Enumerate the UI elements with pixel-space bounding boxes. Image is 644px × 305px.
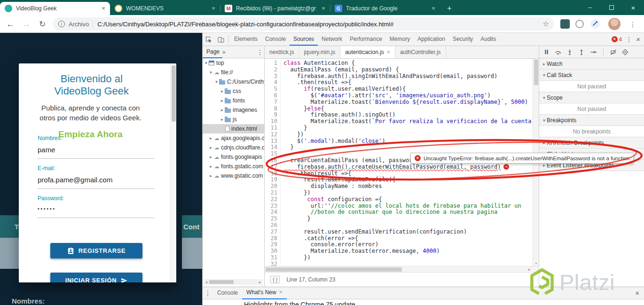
step-out-icon[interactable] [578,49,585,55]
chevron-collapsed-icon[interactable]: ▸ [220,98,225,103]
code-line[interactable]: url:''//coloc amos el local hots de fire… [283,203,539,210]
gutter-line-number[interactable]: 12 [265,132,277,138]
code-line[interactable]: class Autenticacion { [283,60,539,67]
browser-tab-videoblog[interactable]: VideoBlog Geek × [0,2,110,15]
code-line[interactable]: Materialize.toast(`Bienvenido ${result.u… [283,99,539,106]
gutter-line-number[interactable]: 5 [265,86,277,93]
gutter-line-number[interactable]: 4 [265,79,277,86]
maximize-button[interactable] [601,0,622,15]
deactivate-breakpoints-icon[interactable] [610,49,617,55]
modal-scrollbar[interactable] [170,63,176,282]
section-breakpoints[interactable]: ▾ Breakpoints [539,115,644,126]
close-tab-icon[interactable]: × [100,5,107,12]
scroll-right-icon[interactable]: ▸ [257,280,263,284]
tree-item-fonts[interactable]: ▸ fonts [203,96,264,105]
gutter-line-number[interactable]: 7 [265,99,277,106]
chevron-expanded-icon[interactable]: ▾ [204,61,209,65]
password-input[interactable]: •••••• [38,206,56,211]
tab-security[interactable]: Security [449,33,477,46]
close-tab-icon[interactable]: × [430,5,437,12]
editor-tab-jquery[interactable]: jquery.min.js [299,46,340,58]
page-info-icon[interactable]: i [58,21,65,27]
pause-script-icon[interactable] [543,49,550,55]
gutter-line-number[interactable]: 30 [265,248,277,255]
tab-elements[interactable]: Elements [230,33,261,46]
gutter-line-number[interactable]: 22 [265,196,277,203]
browser-tab-gmail[interactable]: M Recibidos (98) - pamelatgtz@gm × [220,2,330,15]
tree-item-top[interactable]: ▾ top [203,58,264,68]
nombres-input[interactable]: pame [38,146,55,154]
tree-item-file-scheme[interactable]: ▾ ☁ file:// [203,68,264,77]
step-over-icon[interactable] [555,49,561,55]
navigator-horizontal-scrollbar[interactable]: ◂ ▸ [204,279,263,285]
tree-item-ajax-googleapis[interactable]: ▸ ☁ ajax.googleapis.c [203,133,264,143]
tree-item-imagenes[interactable]: ▸ imagenes [203,105,264,115]
tab-console[interactable]: Console [261,33,290,46]
tab-memory[interactable]: Memory [386,33,414,46]
chevron-collapsed-icon[interactable]: ▸ [220,117,225,122]
code-line[interactable]: }else{ [283,106,539,112]
device-toolbar-icon[interactable] [215,33,227,46]
navigator-menu-icon[interactable]: ⋮ [256,48,264,56]
code-line[interactable]: .then(result =>{ [283,171,539,177]
devtools-menu-icon[interactable]: ⋮ [626,36,632,43]
drawer-tab-whats-new[interactable]: What's New × [242,287,287,299]
gutter-line-number[interactable]: 32 [265,261,277,266]
code-line[interactable]: }) [283,190,539,196]
code-line[interactable]: //boton de continuar que lo direccione a… [283,209,539,216]
gutter-line-number[interactable]: 15 [265,151,277,157]
gutter-line-number[interactable]: 17 [265,164,277,171]
drawer-tab-console[interactable]: Console [213,287,242,299]
gutter-line-number[interactable]: 21 [265,190,277,196]
chevron-collapsed-icon[interactable]: ▸ [208,173,213,178]
gutter-line-number[interactable]: 23 [265,203,277,210]
editor-tab-authcontroller[interactable]: authController.js [395,46,446,58]
gutter-line-number[interactable]: 31 [265,255,277,261]
gutter-line-number[interactable]: 13 [265,138,277,145]
tab-audits[interactable]: Audits [477,33,500,46]
forward-button[interactable]: → [20,19,33,30]
back-button[interactable]: ← [4,19,17,30]
scrollbar-thumb[interactable] [266,267,402,272]
email-input[interactable]: profa.pame@gmail.com [38,176,112,184]
chevron-collapsed-icon[interactable]: ▸ [220,108,225,112]
gutter-line-number[interactable]: 27 [265,229,277,235]
code-line[interactable]: result.user.updateProfile({ [283,177,539,183]
more-tabs-icon[interactable]: » [222,49,226,55]
gutter-line-number[interactable]: 29 [265,242,277,248]
code-line[interactable]: $('#avatar').attr('src', 'imagenes/usuar… [283,93,539,99]
editor-horizontal-scrollbar[interactable]: ▸ [265,266,539,272]
tab-network[interactable]: Network [318,33,346,46]
close-tab-icon[interactable]: × [210,5,217,12]
new-tab-button[interactable]: + [443,2,456,15]
code-line[interactable]: firebase.auth().singOut() [283,112,539,118]
close-tab-icon[interactable]: × [320,5,327,12]
tree-item-js[interactable]: ▸ js [203,115,264,124]
gutter-line-number[interactable]: 1 [265,60,277,67]
url-text[interactable]: C:/Users/Cinthya/Desktop/PLATZI/Firebase… [97,21,539,28]
code-line[interactable] [283,222,539,229]
gutter-line-number[interactable]: 18 [265,171,277,177]
section-scope[interactable]: ▾ Scope [539,92,644,103]
chevron-collapsed-icon[interactable]: ▸ [208,164,213,169]
tree-item-cdnjs[interactable]: ▸ ☁ cdnjs.cloudflare.c [203,143,264,152]
tree-item-users-folder[interactable]: ▾ C:/Users/Cinthya [203,77,264,86]
gutter-line-number[interactable]: 26 [265,222,277,229]
pretty-print-button[interactable]: { } [270,276,280,283]
chevron-collapsed-icon[interactable]: ▸ [208,145,213,150]
section-watch[interactable]: ▸ Watch [539,58,644,70]
code-line[interactable]: result.user.sendEmailVerification(config… [283,229,539,235]
tree-item-www-gstatic[interactable]: ▸ ☁ www.gstatic.com [203,171,264,180]
gutter-line-number[interactable]: 10 [265,118,277,125]
gutter-line-number[interactable]: 3 [265,73,277,80]
tree-item-fonts-googleapis[interactable]: ▸ ☁ fonts.googleapis [203,152,264,162]
tab-application[interactable]: Application [414,33,449,46]
step-into-icon[interactable] [566,49,573,55]
code-line[interactable]: $('.modal').modal('close') [283,138,539,145]
code-line[interactable]: const configuracion ={ [283,196,539,203]
navigator-tab-page[interactable]: Page [203,46,222,58]
code-line[interactable] [283,261,539,266]
browser-tab-womendevs[interactable]: WOMENDEVS × [110,2,220,15]
drawer-menu-icon[interactable]: ⋮ [203,289,213,297]
tree-item-fonts-gstatic[interactable]: ▸ ☁ fonts.gstatic.com [203,162,264,171]
